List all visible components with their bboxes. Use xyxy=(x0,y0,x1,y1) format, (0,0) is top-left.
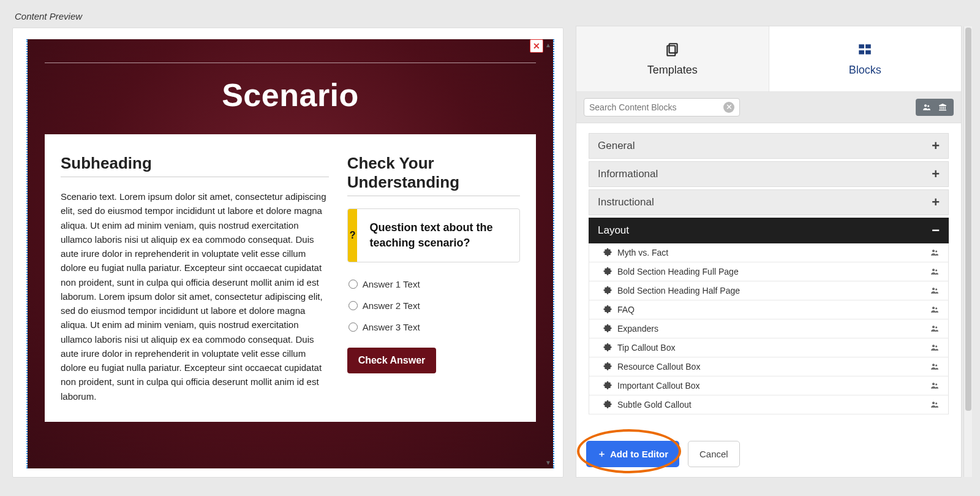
layout-item[interactable]: Myth vs. Fact xyxy=(589,243,948,262)
layout-item-label: Bold Section Heading Half Page xyxy=(617,286,740,296)
svg-point-18 xyxy=(935,289,937,291)
check-answer-button[interactable]: Check Answer xyxy=(347,348,437,373)
scroll-up-marker[interactable]: ▲ xyxy=(545,42,551,48)
svg-rect-3 xyxy=(865,45,871,49)
scroll-down-marker[interactable]: ▼ xyxy=(545,459,551,466)
svg-point-6 xyxy=(924,105,927,107)
filter-buttons[interactable] xyxy=(916,99,954,116)
users-icon xyxy=(930,362,940,372)
layout-item-label: Myth vs. Fact xyxy=(617,248,668,258)
accordion-informational[interactable]: Informational + xyxy=(589,161,949,187)
puzzle-icon xyxy=(603,305,612,315)
answers-group: Answer 1 Text Answer 2 Text Answer 3 Tex… xyxy=(347,273,520,338)
svg-point-28 xyxy=(935,384,937,386)
svg-point-24 xyxy=(935,346,937,348)
svg-rect-5 xyxy=(865,50,871,55)
search-box[interactable]: ✕ xyxy=(584,98,740,116)
svg-rect-8 xyxy=(940,107,940,110)
layout-item[interactable]: Bold Section Heading Full Page xyxy=(589,262,948,281)
plus-icon: + xyxy=(932,139,940,153)
accordion-label: Layout xyxy=(598,224,629,237)
accordion-instructional[interactable]: Instructional + xyxy=(589,189,949,215)
answer-option-2[interactable]: Answer 2 Text xyxy=(347,295,520,316)
layout-item-label: FAQ xyxy=(617,305,635,315)
answer-label: Answer 1 Text xyxy=(363,279,420,289)
svg-rect-9 xyxy=(941,107,942,110)
accordion-general[interactable]: General + xyxy=(589,133,949,159)
tab-label: Blocks xyxy=(849,64,881,77)
check-heading: Check Your Understanding xyxy=(347,154,520,196)
puzzle-icon xyxy=(603,400,612,410)
plus-icon: + xyxy=(932,167,940,181)
svg-point-25 xyxy=(932,364,935,367)
users-icon xyxy=(930,267,940,277)
layout-item-label: Resource Callout Box xyxy=(617,362,700,372)
svg-rect-12 xyxy=(939,110,946,110)
layout-item-label: Important Callout Box xyxy=(617,381,700,391)
puzzle-icon xyxy=(603,324,612,334)
puzzle-icon xyxy=(603,248,612,258)
users-icon xyxy=(930,400,940,410)
users-icon xyxy=(930,305,940,315)
users-icon xyxy=(922,102,932,112)
puzzle-icon xyxy=(603,381,612,391)
answer-option-1[interactable]: Answer 1 Text xyxy=(347,273,520,295)
answer-radio-3[interactable] xyxy=(349,322,358,332)
accordion-label: Instructional xyxy=(598,196,654,208)
accordion-layout[interactable]: Layout − xyxy=(589,218,949,243)
svg-point-19 xyxy=(932,307,935,310)
search-input[interactable] xyxy=(589,102,723,112)
remove-block-button[interactable]: ✕ xyxy=(530,39,543,53)
svg-rect-11 xyxy=(944,107,945,110)
layout-item[interactable]: Resource Callout Box xyxy=(589,357,948,376)
users-icon xyxy=(930,381,940,391)
svg-rect-4 xyxy=(859,50,865,55)
users-icon xyxy=(930,248,940,258)
puzzle-icon xyxy=(603,267,612,277)
svg-point-30 xyxy=(935,403,937,405)
answer-option-3[interactable]: Answer 3 Text xyxy=(347,316,520,338)
add-button-label: Add to Editor xyxy=(610,449,668,459)
layout-item[interactable]: Bold Section Heading Half Page xyxy=(589,281,948,300)
answer-label: Answer 2 Text xyxy=(363,300,420,311)
layout-item[interactable]: FAQ xyxy=(589,300,948,319)
svg-point-20 xyxy=(935,308,937,310)
content-preview-label: Content Preview xyxy=(12,6,564,28)
layout-item-label: Expanders xyxy=(617,324,658,334)
tab-label: Templates xyxy=(647,64,698,77)
sidebar-scrollbar[interactable] xyxy=(963,26,972,477)
clear-search-icon[interactable]: ✕ xyxy=(723,102,734,113)
preview-selection-frame: ✕ ▲ ▼ Scenario Subheading Scenario text.… xyxy=(26,39,554,468)
svg-point-13 xyxy=(932,250,935,253)
svg-point-27 xyxy=(932,383,935,386)
sidebar-tabs: Templates Blocks xyxy=(576,26,961,92)
svg-point-16 xyxy=(935,270,937,272)
add-to-editor-button[interactable]: ＋ Add to Editor xyxy=(586,441,679,467)
institution-icon xyxy=(938,102,948,112)
search-row: ✕ xyxy=(576,92,961,123)
svg-point-14 xyxy=(935,251,937,253)
scenario-body-text: Scenario text. Lorem ipsum dolor sit ame… xyxy=(61,189,329,403)
answer-radio-1[interactable] xyxy=(349,280,358,289)
layout-item[interactable]: Expanders xyxy=(589,319,948,338)
layout-item[interactable]: Subtle Gold Callout xyxy=(589,395,948,414)
accordion-label: Informational xyxy=(598,168,658,180)
tab-blocks[interactable]: Blocks xyxy=(769,26,962,91)
tab-templates[interactable]: Templates xyxy=(576,26,769,91)
layout-item[interactable]: Important Callout Box xyxy=(589,376,948,395)
svg-point-21 xyxy=(932,326,935,329)
layout-item[interactable]: Tip Callout Box xyxy=(589,338,948,357)
question-text: Question text about the teaching scenari… xyxy=(357,209,519,262)
divider xyxy=(45,63,536,63)
layout-item-label: Bold Section Heading Full Page xyxy=(617,267,739,277)
cancel-button[interactable]: Cancel xyxy=(688,441,740,467)
svg-point-17 xyxy=(932,288,935,291)
answer-radio-2[interactable] xyxy=(349,301,358,310)
question-mark-icon: ? xyxy=(348,209,358,262)
copy-icon xyxy=(665,41,680,58)
svg-rect-10 xyxy=(943,107,944,110)
svg-point-23 xyxy=(932,345,935,348)
subheading: Subheading xyxy=(61,154,329,177)
accordion-label: General xyxy=(598,140,635,152)
svg-point-29 xyxy=(932,402,935,405)
